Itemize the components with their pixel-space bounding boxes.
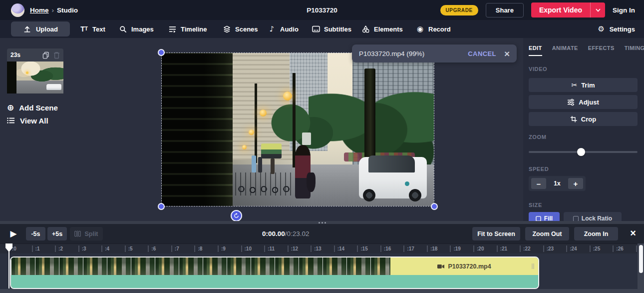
video-clip[interactable]: P1033720.mp4 xyxy=(10,256,539,289)
ruler-tick: :5 xyxy=(125,246,133,252)
trim-button[interactable]: ✂ Trim xyxy=(529,78,638,92)
scene-wheel-art xyxy=(363,189,375,202)
upload-progress-toast: P1033720.mp4 (99%) CANCEL × xyxy=(352,44,517,62)
vertical-scrollbar-thumb[interactable] xyxy=(639,245,643,273)
ruler-tick: :16 xyxy=(380,246,391,252)
timeline-zoom-in-button[interactable]: Zoom In xyxy=(574,227,618,240)
ruler-tick: :21 xyxy=(497,246,507,252)
playhead-line xyxy=(8,244,9,288)
toolbar-item-text[interactable]: TT Text xyxy=(80,20,105,38)
ruler-tick: :4 xyxy=(101,246,109,252)
toolbar-item-elements[interactable]: Elements xyxy=(361,20,403,38)
ruler-tick: :17 xyxy=(403,246,414,252)
export-dropdown-button[interactable] xyxy=(590,2,605,18)
share-button[interactable]: Share xyxy=(486,3,524,18)
zoom-slider[interactable] xyxy=(529,151,638,153)
toast-close-icon[interactable]: × xyxy=(504,49,510,58)
breadcrumb-home-link[interactable]: Home xyxy=(30,6,49,14)
video-section-label: VIDEO xyxy=(529,66,547,72)
zoom-slider-thumb[interactable] xyxy=(577,148,585,156)
timeline-zoom-out-button[interactable]: Zoom Out xyxy=(525,227,569,240)
upgrade-button[interactable]: UPGRADE xyxy=(440,5,478,16)
scene-thumbnail[interactable] xyxy=(7,62,63,94)
view-all-label: View All xyxy=(20,116,48,125)
size-section-label: SIZE xyxy=(529,202,542,208)
subtitles-icon xyxy=(312,25,320,34)
forward-5s-button[interactable]: +5s xyxy=(47,227,67,240)
scene-card[interactable]: 23s xyxy=(7,48,63,94)
timeline-ruler[interactable]: :0:1:2:3:4:5:6:7:8:9:10:11:12:13:14:15:1… xyxy=(0,244,644,254)
toolbar-item-label: Text xyxy=(92,26,105,33)
edit-panel-tabs: EDIT ANIMATE EFFECTS TIMING xyxy=(529,45,644,56)
toolbar-upload-button[interactable]: Upload xyxy=(11,22,70,36)
upload-cancel-button[interactable]: CANCEL xyxy=(468,50,496,58)
thumbnail-car-art xyxy=(46,84,61,90)
play-button[interactable]: ▶ xyxy=(8,228,19,239)
record-icon: ◉ xyxy=(416,25,424,34)
timeline-icon xyxy=(168,25,177,34)
vertical-scrollbar-track[interactable] xyxy=(638,244,644,293)
back-5s-button[interactable]: -5s xyxy=(26,227,45,240)
scene-sign-art xyxy=(302,132,312,144)
clip-loading-zone: P1033720.mp4 xyxy=(390,258,538,275)
sign-in-link[interactable]: Sign In xyxy=(613,6,635,14)
export-video-button[interactable]: Export Video xyxy=(531,2,605,18)
crop-button[interactable]: Crop xyxy=(529,112,638,126)
resize-handle-bottom-right[interactable] xyxy=(431,203,438,210)
rotate-handle[interactable] xyxy=(231,210,242,221)
scene-bikes-art xyxy=(235,172,298,196)
ruler-tick: :14 xyxy=(334,246,344,252)
timeline-body[interactable]: P1033720.mp4 xyxy=(0,254,644,293)
clip-label: P1033720.mp4 xyxy=(448,263,491,270)
toolbar-item-record[interactable]: ◉ Record xyxy=(416,20,451,38)
view-all-button[interactable]: View All xyxy=(7,114,48,127)
toolbar-item-audio[interactable]: ♪ Audio xyxy=(268,20,299,38)
gear-icon: ⚙ xyxy=(597,25,606,34)
toolbar-item-subtitles[interactable]: Subtitles xyxy=(312,20,351,38)
export-video-label[interactable]: Export Video xyxy=(531,2,590,18)
scene-bus-art xyxy=(261,144,282,159)
speed-increase-button[interactable]: + xyxy=(568,178,583,189)
time-display: 0:00.00 / 0:23.02 xyxy=(262,224,310,244)
thumbnail-lamp-art xyxy=(26,72,28,74)
fill-button[interactable]: Fill xyxy=(529,212,560,221)
editor-canvas[interactable]: P1033720.mp4 (99%) CANCEL × xyxy=(100,38,523,221)
delete-scene-icon[interactable] xyxy=(53,52,60,59)
toolbar-item-timeline[interactable]: Timeline xyxy=(168,20,207,38)
speed-stepper: – 1x + xyxy=(529,176,586,191)
lock-ratio-label: Lock Ratio xyxy=(582,215,612,221)
add-scene-button[interactable]: ⊕ Add Scene xyxy=(7,101,58,114)
toolbar-item-label: Record xyxy=(428,26,451,33)
toolbar-item-label: Images xyxy=(131,26,154,33)
horizontal-scrollbar-track[interactable] xyxy=(0,289,638,293)
tab-edit[interactable]: EDIT xyxy=(529,45,542,56)
resize-handle-bottom-left[interactable] xyxy=(158,203,165,210)
clip-trim-handle[interactable] xyxy=(532,264,534,269)
speed-decrease-button[interactable]: – xyxy=(531,178,546,189)
tab-timing[interactable]: TIMING xyxy=(625,45,644,56)
tab-effects[interactable]: EFFECTS xyxy=(588,45,615,56)
lock-ratio-button[interactable]: Lock Ratio xyxy=(564,212,622,221)
breadcrumb: Home › Studio xyxy=(30,0,78,20)
ruler-tick: :24 xyxy=(566,246,577,252)
trim-label: Trim xyxy=(581,82,595,89)
fit-to-screen-button[interactable]: Fit to Screen xyxy=(472,227,520,240)
app-logo-avatar[interactable] xyxy=(11,4,24,17)
tab-animate[interactable]: ANIMATE xyxy=(552,45,578,56)
toolbar-item-images[interactable]: Images xyxy=(119,20,154,38)
main-area: 23s ⊕ Add Scene xyxy=(0,38,644,221)
ruler-tick: :19 xyxy=(450,246,460,252)
timeline-resize-handle[interactable] xyxy=(0,221,644,224)
project-title[interactable]: P1033720 xyxy=(307,0,337,20)
resize-handle-top-left[interactable] xyxy=(158,49,165,56)
layers-icon xyxy=(223,25,231,34)
upload-label: Upload xyxy=(36,26,58,33)
duplicate-scene-icon[interactable] xyxy=(42,52,49,59)
video-camera-icon xyxy=(437,264,444,269)
text-icon: TT xyxy=(80,25,88,34)
video-layer[interactable] xyxy=(161,52,434,206)
adjust-button[interactable]: Adjust xyxy=(529,95,638,109)
toolbar-item-settings[interactable]: ⚙ Settings xyxy=(597,20,635,38)
toolbar-item-scenes[interactable]: Scenes xyxy=(223,20,258,38)
timeline-close-icon[interactable]: × xyxy=(630,228,636,238)
